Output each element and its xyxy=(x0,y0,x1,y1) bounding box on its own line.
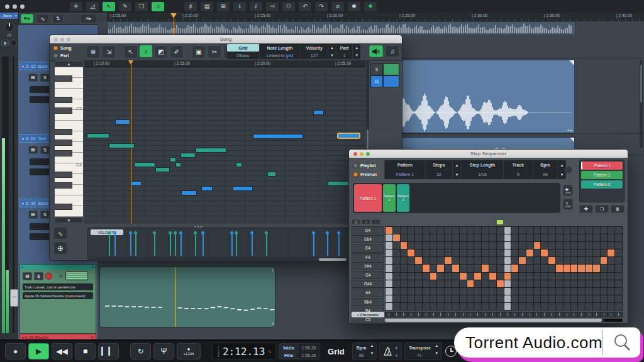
step-cell[interactable] xyxy=(571,303,578,310)
step-cell-active[interactable] xyxy=(452,265,459,272)
step-cell[interactable] xyxy=(541,234,548,241)
step-cell[interactable] xyxy=(497,295,504,302)
step-cell[interactable] xyxy=(578,257,585,264)
step-cell[interactable] xyxy=(408,265,414,272)
step-cell[interactable] xyxy=(430,227,437,234)
note-row-label[interactable]: F#4⋮ xyxy=(352,262,384,270)
step-cell[interactable] xyxy=(497,250,504,256)
step-cell[interactable] xyxy=(519,288,526,295)
step-cell[interactable] xyxy=(548,303,555,310)
rewind-button[interactable]: ◀◀ xyxy=(52,343,72,359)
close-icon[interactable]: ✕ xyxy=(91,335,94,339)
step-cell[interactable] xyxy=(497,265,504,272)
step-cell[interactable] xyxy=(526,265,533,272)
step-cell[interactable] xyxy=(460,257,467,264)
step-cell[interactable] xyxy=(578,295,585,302)
transpose-up-icon[interactable]: ▲ xyxy=(435,344,438,351)
collapse-icon[interactable]: ▾ xyxy=(22,64,24,69)
step-cell[interactable] xyxy=(534,273,541,280)
step-cell[interactable] xyxy=(564,227,570,234)
step-cell[interactable] xyxy=(593,295,600,302)
step-cell-active[interactable] xyxy=(511,265,518,272)
step-cell[interactable] xyxy=(408,257,414,264)
step-cell[interactable] xyxy=(489,295,496,302)
step-cell[interactable] xyxy=(401,280,408,287)
midi-note[interactable] xyxy=(233,187,252,190)
step-cell[interactable] xyxy=(548,288,555,295)
accent-cell[interactable] xyxy=(445,312,452,317)
step-cell[interactable] xyxy=(601,242,608,249)
step-cell[interactable] xyxy=(430,250,437,256)
step-cell[interactable] xyxy=(601,288,608,295)
step-cell[interactable] xyxy=(534,295,541,302)
step-cell[interactable] xyxy=(578,280,585,287)
step-cell-active[interactable] xyxy=(415,257,422,264)
step-cell[interactable] xyxy=(415,265,422,272)
step-cell[interactable] xyxy=(445,250,452,256)
step-cell[interactable] xyxy=(401,257,408,264)
step-cell-active[interactable] xyxy=(408,250,414,256)
step-cell[interactable] xyxy=(460,242,467,249)
step-cell[interactable] xyxy=(556,242,563,249)
collapse-icon[interactable]: ▾ xyxy=(21,265,23,269)
step-cell-active[interactable] xyxy=(437,265,444,272)
step-cell-active[interactable] xyxy=(474,273,481,280)
track-list-button[interactable]: ≡▸ xyxy=(80,14,97,23)
solo-button[interactable]: S xyxy=(40,211,50,219)
step-cell[interactable] xyxy=(504,303,511,310)
step-cell[interactable] xyxy=(452,288,459,295)
step-cell[interactable] xyxy=(460,265,467,272)
step-cell[interactable] xyxy=(489,303,496,310)
step-cell[interactable] xyxy=(489,257,496,264)
step-cell-active[interactable] xyxy=(578,265,585,272)
accent-cell[interactable] xyxy=(504,312,511,317)
step-cell[interactable] xyxy=(578,234,585,241)
step-cell[interactable] xyxy=(556,280,563,287)
step-cell-active[interactable] xyxy=(564,265,570,272)
mode-radio-freerun[interactable]: Freerun xyxy=(353,170,377,178)
step-cell[interactable] xyxy=(445,234,452,241)
step-cell[interactable] xyxy=(578,303,585,310)
step-cell[interactable] xyxy=(578,250,585,256)
step-cell[interactable] xyxy=(437,227,444,234)
black-key[interactable] xyxy=(55,129,72,135)
step-cell[interactable] xyxy=(586,242,592,249)
io-icon[interactable]: ⊣ xyxy=(266,2,279,11)
step-cell[interactable] xyxy=(452,242,459,249)
step-cell[interactable] xyxy=(504,265,511,272)
step-cell[interactable] xyxy=(571,280,578,287)
step-cell[interactable] xyxy=(482,234,489,241)
accent-cell[interactable] xyxy=(526,312,533,317)
black-key[interactable] xyxy=(55,150,72,156)
info-knob[interactable] xyxy=(565,166,572,173)
accent-cell[interactable] xyxy=(586,312,592,317)
step-cell[interactable] xyxy=(526,234,533,241)
step-cell[interactable] xyxy=(564,250,570,256)
step-cell[interactable] xyxy=(615,234,622,241)
step-cell[interactable] xyxy=(452,303,459,310)
step-cell[interactable] xyxy=(511,303,518,310)
step-cell[interactable] xyxy=(608,242,614,249)
step-cell[interactable] xyxy=(386,265,392,272)
step-cell[interactable] xyxy=(452,295,459,302)
step-cell[interactable] xyxy=(615,273,622,280)
step-cell[interactable] xyxy=(541,273,548,280)
grid-value-cell[interactable]: Ottavo xyxy=(227,52,259,59)
mixer-close-icon[interactable]: × xyxy=(14,14,17,18)
velocity-stem[interactable] xyxy=(203,233,204,256)
midi-note[interactable] xyxy=(236,163,242,167)
step-cell[interactable] xyxy=(401,288,408,295)
close-icon[interactable]: ✕ xyxy=(92,265,94,269)
step-cell[interactable] xyxy=(423,242,430,249)
pattern-item[interactable]: Pattern 1 xyxy=(581,162,623,170)
step-cell[interactable] xyxy=(564,242,570,249)
step-cell[interactable] xyxy=(393,288,400,295)
step-cell[interactable] xyxy=(511,257,518,264)
step-cell[interactable] xyxy=(423,257,430,264)
step-cell[interactable] xyxy=(393,265,400,272)
step-cell[interactable] xyxy=(556,257,563,264)
note-grid[interactable]: | 2:10.00| 2:15.00| 2:20.00| 2:25.00 xyxy=(84,60,365,224)
velocity-stem[interactable] xyxy=(313,233,314,256)
accent-cell[interactable] xyxy=(548,312,555,317)
step-cell[interactable] xyxy=(534,234,541,241)
